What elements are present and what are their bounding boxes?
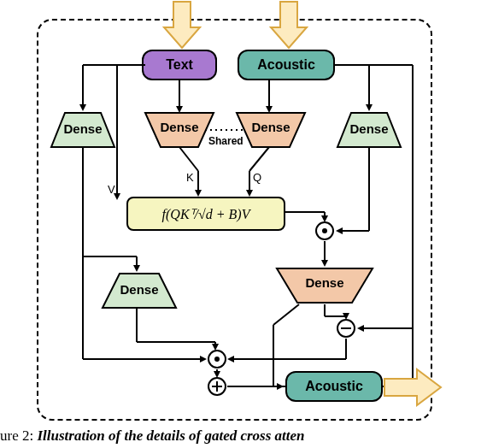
- svg-marker-38: [145, 113, 214, 147]
- acoustic-output-node: Acoustic: [285, 371, 383, 402]
- caption-body: Illustration of the details of gated cro…: [37, 427, 304, 444]
- dense-green-top-right: [336, 111, 402, 149]
- q-label: Q: [253, 171, 261, 184]
- svg-marker-40: [337, 113, 401, 147]
- dense-orange-shared-left: [144, 111, 215, 149]
- svg-marker-37: [51, 113, 114, 147]
- dense-green-top-left: [50, 111, 116, 149]
- dense-orange-shared-right: [235, 111, 307, 149]
- attention-formula-text: f(QKᵀ/√d + B)V: [162, 206, 250, 222]
- attention-formula: f(QKᵀ/√d + B)V: [126, 197, 285, 231]
- svg-marker-52: [384, 369, 441, 405]
- dense-orange-bottom-right: [275, 267, 374, 304]
- k-label: K: [186, 171, 194, 184]
- subtract-op: [336, 318, 356, 339]
- elementwise-product-1: [314, 221, 335, 241]
- svg-point-42: [322, 228, 327, 233]
- add-op: [207, 376, 227, 397]
- svg-marker-43: [277, 268, 373, 303]
- elementwise-product-2: [207, 349, 227, 369]
- diagram-canvas: Text Acoustic: [0, 0, 487, 448]
- svg-marker-39: [237, 113, 305, 147]
- dense-green-bottom-left: [101, 272, 178, 309]
- svg-point-48: [214, 357, 220, 362]
- shared-label: Shared: [208, 135, 244, 147]
- caption-prefix: ure 2:: [0, 427, 33, 444]
- svg-marker-44: [103, 274, 176, 308]
- acoustic-output-label: Acoustic: [305, 379, 363, 394]
- v-label: V: [108, 183, 115, 196]
- output-arrow: [383, 368, 444, 407]
- figure-caption: ure 2: Illustration of the details of ga…: [0, 427, 487, 445]
